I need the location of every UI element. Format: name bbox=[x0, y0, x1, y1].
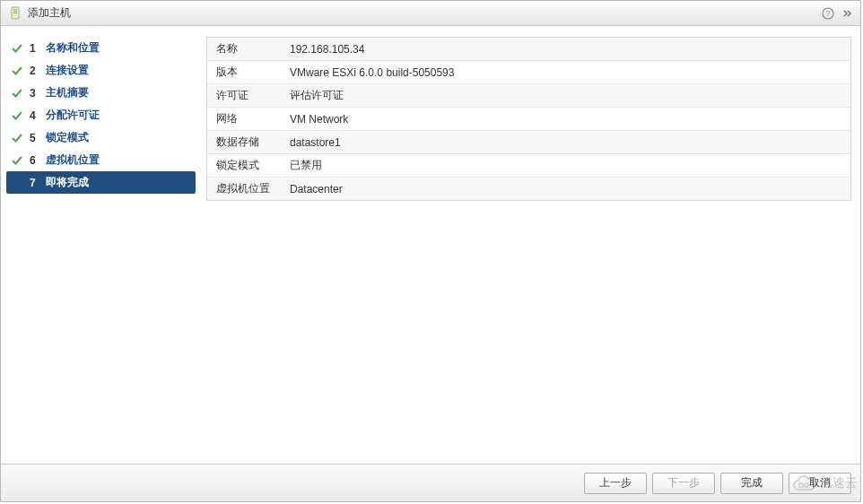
step-number: 7 bbox=[30, 177, 39, 189]
checkmark-icon bbox=[12, 133, 22, 143]
step-lockdown-mode[interactable]: 5 锁定模式 bbox=[6, 126, 196, 149]
svg-rect-2 bbox=[13, 11, 17, 12]
summary-val: datastore1 bbox=[281, 133, 850, 152]
summary-key: 名称 bbox=[207, 38, 281, 60]
wizard-body: 1 名称和位置 2 连接设置 3 主机摘要 4 bbox=[1, 26, 860, 464]
wizard-footer: 上一步 下一步 完成 取消 bbox=[1, 464, 860, 501]
step-host-summary[interactable]: 3 主机摘要 bbox=[6, 82, 196, 104]
summary-row-name: 名称 192.168.105.34 bbox=[207, 38, 850, 61]
summary-key: 版本 bbox=[207, 61, 281, 83]
summary-key: 许可证 bbox=[207, 84, 281, 107]
step-connection-settings[interactable]: 2 连接设置 bbox=[6, 59, 196, 82]
step-label: 名称和位置 bbox=[46, 40, 100, 56]
help-icon[interactable]: ? bbox=[821, 6, 835, 21]
step-label: 连接设置 bbox=[46, 63, 89, 78]
step-ready-to-complete[interactable]: 7 即将完成 bbox=[6, 171, 196, 194]
step-label: 分配许可证 bbox=[46, 108, 100, 123]
summary-content: 名称 192.168.105.34 版本 VMware ESXi 6.0.0 b… bbox=[201, 26, 860, 464]
checkmark-icon bbox=[12, 43, 22, 54]
summary-val: VMware ESXi 6.0.0 build-5050593 bbox=[281, 63, 850, 83]
step-label: 虚拟机位置 bbox=[46, 152, 100, 168]
window-title: 添加主机 bbox=[28, 5, 815, 21]
step-number: 3 bbox=[30, 87, 39, 100]
step-number: 5 bbox=[30, 132, 39, 144]
summary-val: 评估许可证 bbox=[281, 84, 850, 107]
summary-key: 锁定模式 bbox=[207, 154, 281, 177]
step-label: 锁定模式 bbox=[46, 130, 89, 145]
summary-val: Datacenter bbox=[281, 179, 850, 199]
step-label: 即将完成 bbox=[46, 175, 89, 190]
steps-sidebar: 1 名称和位置 2 连接设置 3 主机摘要 4 bbox=[1, 26, 201, 464]
expand-icon[interactable] bbox=[841, 6, 855, 21]
titlebar: 添加主机 ? bbox=[1, 1, 860, 26]
summary-key: 数据存储 bbox=[207, 131, 281, 153]
summary-val: VM Network bbox=[281, 109, 850, 129]
step-number: 2 bbox=[30, 65, 39, 77]
checkmark-icon bbox=[12, 88, 22, 99]
step-number: 4 bbox=[30, 109, 39, 122]
summary-row-vm-location: 虚拟机位置 Datacenter bbox=[207, 178, 850, 200]
summary-row-lockdown: 锁定模式 已禁用 bbox=[207, 154, 850, 178]
summary-row-version: 版本 VMware ESXi 6.0.0 build-5050593 bbox=[207, 61, 850, 84]
summary-row-license: 许可证 评估许可证 bbox=[207, 84, 850, 108]
summary-key: 虚拟机位置 bbox=[207, 178, 281, 200]
wizard-window: 添加主机 ? 1 名称和位置 bbox=[0, 0, 861, 502]
step-label: 主机摘要 bbox=[46, 85, 89, 100]
svg-rect-3 bbox=[13, 13, 17, 13]
svg-rect-1 bbox=[13, 9, 17, 10]
cancel-button[interactable]: 取消 bbox=[789, 473, 851, 494]
checkmark-icon bbox=[12, 110, 22, 121]
back-button[interactable]: 上一步 bbox=[584, 473, 647, 494]
summary-val: 192.168.105.34 bbox=[281, 39, 850, 59]
summary-row-network: 网络 VM Network bbox=[207, 108, 850, 131]
next-button: 下一步 bbox=[652, 473, 715, 494]
step-number: 6 bbox=[30, 154, 39, 167]
step-name-location[interactable]: 1 名称和位置 bbox=[6, 37, 196, 59]
summary-key: 网络 bbox=[207, 108, 281, 130]
checkmark-icon bbox=[12, 65, 22, 76]
svg-text:?: ? bbox=[825, 9, 830, 18]
step-number: 1 bbox=[30, 42, 39, 55]
host-icon bbox=[8, 6, 22, 21]
summary-table: 名称 192.168.105.34 版本 VMware ESXi 6.0.0 b… bbox=[206, 37, 851, 201]
finish-button[interactable]: 完成 bbox=[720, 473, 783, 494]
step-assign-license[interactable]: 4 分配许可证 bbox=[6, 104, 196, 126]
checkmark-icon bbox=[12, 155, 22, 166]
summary-val: 已禁用 bbox=[281, 154, 850, 177]
summary-row-datastore: 数据存储 datastore1 bbox=[207, 131, 850, 154]
step-vm-location[interactable]: 6 虚拟机位置 bbox=[6, 149, 196, 171]
